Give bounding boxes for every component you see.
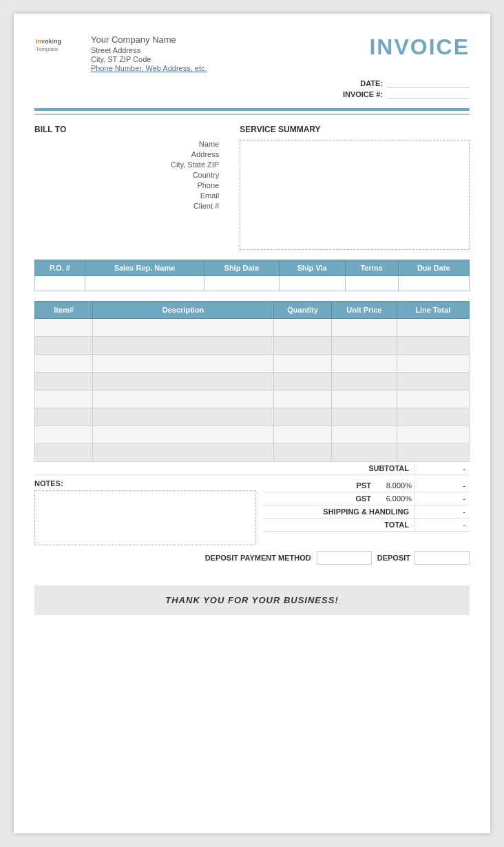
items-col-qty: Quantity xyxy=(274,302,332,319)
bill-address: Address xyxy=(34,150,226,158)
items-col-item: Item# xyxy=(35,302,93,319)
bill-name: Name xyxy=(34,140,226,148)
po-val-due-date[interactable] xyxy=(398,276,469,291)
service-summary-box[interactable] xyxy=(240,140,470,250)
deposit-section: DEPOSIT PAYMENT METHOD DEPOSIT xyxy=(34,551,470,565)
table-row xyxy=(35,355,470,373)
table-row xyxy=(35,408,470,426)
gst-pct: 6.000% xyxy=(377,492,414,505)
subtotal-label: SUBTOTAL xyxy=(363,462,414,474)
po-val-ship-date[interactable] xyxy=(204,276,280,291)
po-col-po: P.O. # xyxy=(35,260,85,276)
po-col-ship-via: Ship Via xyxy=(279,260,345,276)
subtotal-value: - xyxy=(414,462,470,474)
notes-totals: NOTES: PST 8.000% - GST 6.000% - SH xyxy=(34,479,470,545)
svg-text:Template: Template xyxy=(36,46,59,52)
table-row xyxy=(35,319,470,337)
pst-pct: 8.000% xyxy=(377,479,414,492)
service-summary-title: SERVICE SUMMARY xyxy=(240,125,470,134)
shipping-value: - xyxy=(414,505,470,518)
divider-top xyxy=(34,108,470,111)
deposit-method-box[interactable] xyxy=(317,551,372,565)
gst-value: - xyxy=(414,492,470,505)
deposit-value-box[interactable] xyxy=(414,551,470,565)
table-row xyxy=(35,444,470,462)
shipping-label: SHIPPING & HANDLING xyxy=(317,505,414,518)
po-table: P.O. # Sales Rep. Name Ship Date Ship Vi… xyxy=(34,260,470,291)
table-row xyxy=(35,426,470,444)
total-value: - xyxy=(414,519,470,531)
bill-client: Client # xyxy=(34,202,226,210)
street-address: Street Address xyxy=(91,46,207,54)
bill-city-state-zip: City, State ZIP xyxy=(34,160,226,169)
gst-label: GST xyxy=(350,492,377,505)
items-col-desc: Description xyxy=(93,302,274,319)
invoice-num-label: INVOICE #: xyxy=(343,90,383,99)
po-col-ship-date: Ship Date xyxy=(204,260,280,276)
items-header-row: Item# Description Quantity Unit Price Li… xyxy=(35,302,470,319)
notes-area: NOTES: xyxy=(34,479,263,545)
po-val-po[interactable] xyxy=(35,276,85,291)
notes-label: NOTES: xyxy=(34,479,256,488)
items-table: Item# Description Quantity Unit Price Li… xyxy=(34,301,470,462)
table-row xyxy=(35,390,470,408)
invoice-title: INVOICE xyxy=(343,34,470,60)
city-state-zip: City, ST ZIP Code xyxy=(91,55,207,63)
header: Invoking Template Your Company Name Stre… xyxy=(34,34,470,101)
logo-icon: Invoking Template xyxy=(34,34,81,59)
company-info: Your Company Name Street Address City, S… xyxy=(91,34,207,72)
bill-email: Email xyxy=(34,191,226,200)
items-col-unit-price: Unit Price xyxy=(332,302,397,319)
total-label: TOTAL xyxy=(379,519,414,531)
po-col-due-date: Due Date xyxy=(398,260,469,276)
thank-you-text: THANK YOU FOR YOUR BUSINESS! xyxy=(165,595,338,605)
svg-text:Invoking: Invoking xyxy=(36,38,61,45)
bill-country: Country xyxy=(34,171,226,179)
items-col-line-total: Line Total xyxy=(397,302,469,319)
deposit-method-label: DEPOSIT PAYMENT METHOD xyxy=(205,554,311,562)
po-val-sales[interactable] xyxy=(85,276,204,291)
date-value xyxy=(387,79,470,88)
gst-row: GST 6.000% - xyxy=(263,492,470,505)
invoice-title-area: INVOICE DATE: INVOICE #: xyxy=(343,34,470,101)
po-data-row xyxy=(35,276,470,291)
invoice-page: Invoking Template Your Company Name Stre… xyxy=(14,14,490,833)
deposit-label: DEPOSIT xyxy=(377,554,410,562)
po-col-terms: Terms xyxy=(345,260,398,276)
invoice-num-row: INVOICE #: xyxy=(343,90,470,99)
total-row: TOTAL - xyxy=(263,519,470,532)
bill-service-section: BILL TO Name Address City, State ZIP Cou… xyxy=(34,125,470,250)
table-row xyxy=(35,337,470,355)
pst-value: - xyxy=(414,479,470,492)
pst-label: PST xyxy=(351,479,377,492)
date-row: DATE: xyxy=(343,79,470,88)
notes-box[interactable] xyxy=(34,490,256,545)
date-label: DATE: xyxy=(360,79,383,88)
po-val-terms[interactable] xyxy=(345,276,398,291)
bill-phone: Phone xyxy=(34,181,226,189)
bottom-section: SUBTOTAL - NOTES: PST 8.000% - GST 6.000… xyxy=(34,462,470,565)
po-val-ship-via[interactable] xyxy=(279,276,345,291)
pst-row: PST 8.000% - xyxy=(263,479,470,492)
po-col-sales: Sales Rep. Name xyxy=(85,260,204,276)
service-summary-section: SERVICE SUMMARY xyxy=(240,125,470,250)
bill-to-section: BILL TO Name Address City, State ZIP Cou… xyxy=(34,125,226,250)
invoice-num-value xyxy=(387,90,470,99)
logo-area: Invoking Template Your Company Name Stre… xyxy=(34,34,207,72)
bill-to-title: BILL TO xyxy=(34,125,226,134)
thank-you-bar: THANK YOU FOR YOUR BUSINESS! xyxy=(34,585,470,615)
company-name: Your Company Name xyxy=(91,34,207,45)
shipping-row: SHIPPING & HANDLING - xyxy=(263,505,470,519)
po-header-row: P.O. # Sales Rep. Name Ship Date Ship Vi… xyxy=(35,260,470,276)
table-row xyxy=(35,373,470,390)
phone-web: Phone Number, Web Address, etc. xyxy=(91,64,207,72)
tax-totals-area: PST 8.000% - GST 6.000% - SHIPPING & HAN… xyxy=(263,479,470,545)
subtotal-row: SUBTOTAL - xyxy=(34,462,470,475)
divider-bottom xyxy=(34,114,470,115)
